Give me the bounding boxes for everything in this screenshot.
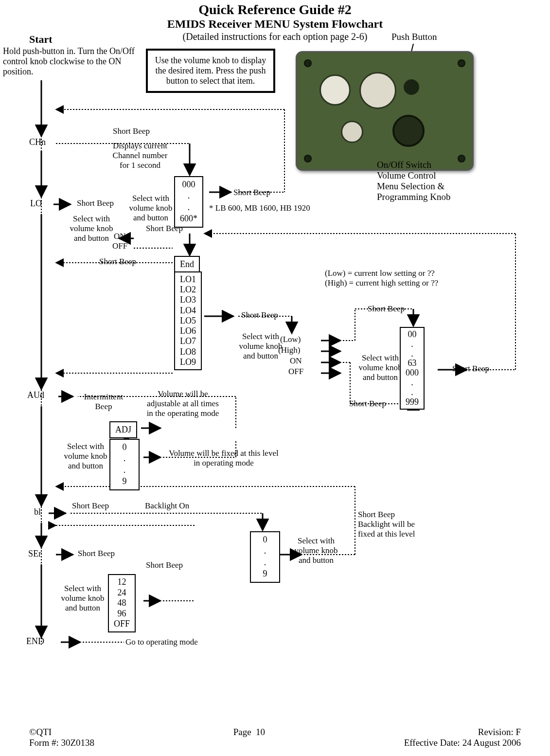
display-window-icon (359, 72, 396, 109)
off-label: OFF (112, 241, 127, 251)
on-label: ON (114, 232, 126, 241)
lo-range-box: 00 . . 63 000 . . 999 (400, 327, 425, 410)
select-note-lo2: Select with volume knob and button (236, 332, 285, 361)
vol-adj-note: Volume will be adjustable at all times i… (139, 389, 227, 418)
select-note-ser: Select with volume knob and button (58, 584, 107, 613)
subtitle: (Detailed instructions for each option p… (0, 31, 550, 42)
backlight-fixed: Short Beep Backlight will be fixed at th… (358, 510, 415, 539)
short-beep-lo7: Short Beep (349, 399, 386, 409)
menu-ser: SEr (28, 549, 41, 559)
on-label-2: ON (290, 356, 302, 366)
lo-list-box: LO1 LO2 LO3 LO4 LO5 LO6 LO7 LO8 LO9 (174, 271, 202, 370)
menu-aud: AUd (27, 390, 44, 400)
push-button-icon (402, 78, 421, 96)
short-beep-lo2: Short Beep (146, 224, 183, 234)
select-note-lo: Select with volume knob and button (67, 214, 116, 243)
goto-op: Go to operating mode (125, 637, 198, 647)
low-label: (Low) (280, 335, 301, 344)
menu-bl: bl (34, 507, 41, 517)
short-beep-lo4: Short Beep (241, 310, 278, 320)
knob-label: On/Off Switch Volume Control Menu Select… (377, 160, 450, 202)
vol-fixed-note: Volume will be fixed at this level in op… (163, 449, 284, 468)
menu-chn: CHn (29, 137, 46, 147)
short-beep-lo3: Short Beep (99, 257, 136, 267)
aud-adj-box: ADJ (109, 421, 137, 438)
title-1: Quick Reference Guide #2 (0, 2, 550, 18)
lb-note: * LB 600, MB 1600, HB 1920 (209, 203, 310, 213)
menu-lo: LO (30, 198, 42, 209)
disp-channel-note: Displays current Channel number for 1 se… (101, 141, 179, 170)
volume-knob-icon (392, 115, 425, 147)
instruction-box: Use the volume knob to display the desir… (146, 49, 275, 93)
short-beep-ser: Short Beep (78, 549, 115, 558)
low-high-note: (Low) = current low setting or ?? (High)… (325, 269, 438, 288)
high-label: (High) (278, 345, 300, 355)
intermittent-beep: Intermittent Beep (77, 392, 130, 412)
select-note-chn: Select with volume knob and button (126, 194, 175, 223)
device-image (296, 51, 474, 171)
start-text: Hold push-button in. Turn the On/Off con… (3, 46, 149, 77)
footer-left: ©QTI Form #: 30Z0138 (29, 727, 94, 748)
title-2: EMIDS Receiver MENU System Flowchart (0, 18, 550, 31)
footer-center: Page 10 (233, 727, 265, 748)
off-label-2: OFF (288, 367, 303, 377)
select-note-bl: Select with volume knob and button (292, 536, 340, 565)
short-beep-lo6: Short Beep (452, 364, 489, 374)
short-beep-chn: Short Beep (113, 126, 150, 136)
end-box: End (174, 256, 200, 273)
chn-values-box: 000 . . 600* (174, 176, 203, 228)
footer-right: Revision: F Effective Date: 24 August 20… (404, 727, 521, 748)
footer: ©QTI Form #: 30Z0138 Page 10 Revision: F… (29, 727, 521, 748)
short-beep-chn2: Short Beep (233, 188, 270, 198)
select-note-lo3: Select with volume knob and button (356, 353, 405, 382)
bl-vals-box: 0 . . 9 (250, 531, 280, 583)
amp-knob-icon (319, 74, 351, 106)
ser-vals-box: 12 24 48 96 OFF (108, 574, 136, 632)
short-beep-lo: Short Beep (77, 198, 114, 208)
short-beep-ser2: Short Beep (146, 560, 183, 570)
push-button-label: Push Button (391, 32, 437, 42)
start-label: Start (29, 33, 53, 46)
menu-end: END (26, 636, 44, 647)
short-beep-bl: Short Beep (72, 501, 109, 511)
backlight-on: Backlight On (145, 501, 189, 511)
select-note-aud: Select with volume knob and button (61, 442, 110, 471)
short-beep-lo5: Short Beep (368, 304, 405, 314)
jack-icon (341, 121, 363, 143)
aud-vals-box: 0 . . 9 (109, 439, 140, 490)
